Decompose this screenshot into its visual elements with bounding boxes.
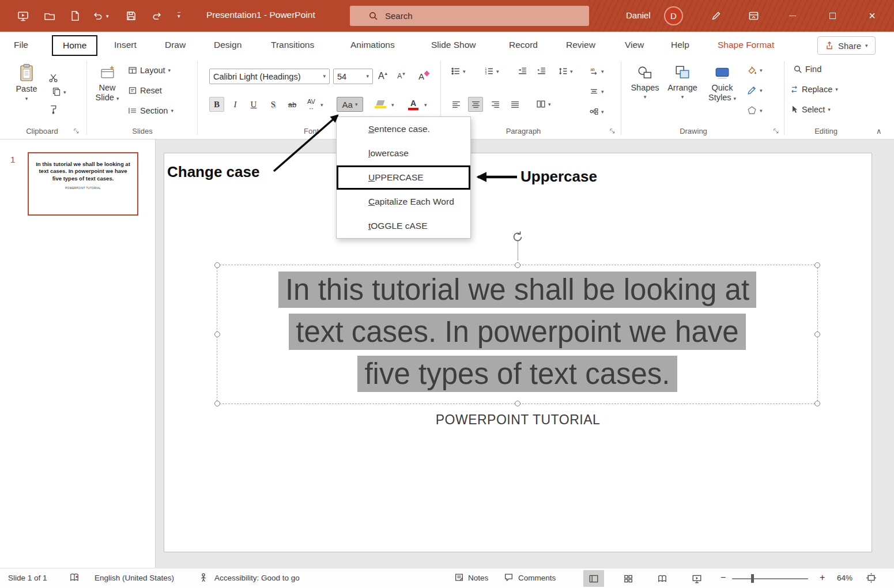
shape-fill-chevron-icon[interactable]: ▾ (760, 68, 763, 73)
strikethrough-button[interactable]: ab (285, 97, 300, 112)
increase-indent-icon[interactable] (537, 66, 546, 76)
fit-to-window-icon[interactable] (866, 572, 877, 583)
ribbon-display-options-icon[interactable] (748, 10, 759, 21)
increase-font-size-button[interactable]: A▴ (375, 69, 390, 84)
tab-shape-format[interactable]: Shape Format (718, 40, 774, 50)
menu-item-uppercase[interactable]: UPPERCASE (337, 165, 470, 190)
font-color-button[interactable]: A (404, 97, 423, 112)
highlight-chevron-icon[interactable]: ▾ (391, 103, 394, 108)
select-button[interactable]: Select ▾ (790, 105, 831, 114)
quick-styles-button[interactable]: Quick Styles ▾ (707, 61, 738, 103)
share-button[interactable]: Share ▾ (817, 36, 876, 55)
align-text-icon[interactable] (589, 86, 599, 96)
resize-handle-top-left[interactable] (214, 262, 220, 268)
language-indicator[interactable]: English (United States) (95, 574, 174, 582)
section-button[interactable]: Section ▾ (128, 106, 173, 115)
find-button[interactable]: Find (793, 65, 821, 74)
align-center-button[interactable] (468, 97, 483, 112)
numbering-icon[interactable] (484, 66, 494, 76)
copy-chevron-icon[interactable]: ▾ (63, 90, 66, 95)
tab-file[interactable]: File (14, 40, 28, 50)
shape-outline-chevron-icon[interactable]: ▾ (760, 88, 763, 93)
maximize-button[interactable] (819, 0, 846, 32)
accessibility-icon[interactable] (198, 572, 209, 583)
zoom-in-button[interactable]: + (820, 572, 825, 583)
arrange-button[interactable]: Arrange ▾ (666, 61, 699, 100)
zoom-out-button[interactable]: − (721, 572, 726, 583)
inking-pen-icon[interactable] (711, 10, 722, 21)
paragraph-dialog-launcher[interactable] (609, 127, 616, 135)
font-name-combobox[interactable]: Calibri Light (Headings) ▾ (209, 69, 330, 84)
decrease-font-size-button[interactable]: A▾ (394, 69, 409, 84)
comments-icon[interactable] (504, 572, 514, 582)
columns-chevron-icon[interactable]: ▾ (548, 102, 551, 107)
slide-title-line[interactable]: In this tutorial we shall be looking at (217, 269, 817, 311)
text-shadow-button[interactable]: S (266, 97, 281, 112)
normal-view-button[interactable] (583, 570, 604, 587)
character-spacing-button[interactable]: AV↔ (304, 97, 319, 112)
comments-button[interactable]: Comments (518, 574, 556, 582)
bold-button[interactable]: B (209, 97, 224, 112)
font-size-combobox[interactable]: 54 ▾ (333, 69, 373, 84)
title-text-box[interactable]: In this tutorial we shall be looking at … (217, 265, 818, 404)
align-right-button[interactable] (488, 97, 503, 112)
shape-fill-icon[interactable] (747, 65, 757, 75)
replace-button[interactable]: Replace ▾ (790, 85, 838, 94)
justify-button[interactable] (507, 97, 522, 112)
line-spacing-icon[interactable] (558, 66, 568, 76)
tab-design[interactable]: Design (214, 40, 242, 50)
paste-button[interactable]: Paste ▾ (12, 61, 42, 101)
save-icon[interactable] (126, 10, 137, 21)
smartart-chevron-icon[interactable]: ▾ (601, 110, 604, 115)
redo-icon[interactable] (152, 10, 163, 21)
line-spacing-chevron-icon[interactable]: ▾ (570, 69, 573, 74)
search-box[interactable]: Search (350, 6, 589, 26)
resize-handle-bottom-left[interactable] (214, 401, 220, 406)
bullets-icon[interactable] (451, 66, 461, 76)
resize-handle-middle-left[interactable] (214, 331, 220, 337)
notes-icon[interactable] (454, 572, 464, 582)
tab-animations[interactable]: Animations (350, 40, 395, 50)
user-name[interactable]: Daniel (626, 10, 651, 20)
customize-qat-icon[interactable]: ▾ (178, 12, 180, 19)
slide-title-line[interactable]: text cases. In powerpoint we have (217, 311, 817, 353)
italic-button[interactable]: I (228, 97, 243, 112)
copy-icon[interactable] (52, 87, 61, 96)
tab-home[interactable]: Home (52, 35, 97, 56)
tab-review[interactable]: Review (566, 40, 595, 50)
font-color-chevron-icon[interactable]: ▾ (424, 103, 427, 108)
zoom-slider-thumb[interactable] (751, 574, 754, 583)
spell-check-icon[interactable] (69, 572, 80, 583)
menu-item-capitalize-each-word[interactable]: Capitalize Each Word (337, 190, 470, 214)
drawing-dialog-launcher[interactable] (772, 127, 780, 135)
collapse-ribbon-icon[interactable]: ∧ (876, 127, 882, 135)
close-button[interactable]: × (859, 0, 885, 32)
resize-handle-top-right[interactable] (814, 262, 820, 268)
notes-button[interactable]: Notes (468, 574, 488, 582)
format-painter-icon[interactable] (48, 105, 58, 115)
shape-effects-chevron-icon[interactable]: ▾ (760, 108, 763, 114)
start-slideshow-icon[interactable] (17, 10, 29, 22)
shape-outline-icon[interactable] (747, 85, 757, 95)
tab-transitions[interactable]: Transitions (271, 40, 314, 50)
clipboard-dialog-launcher[interactable] (73, 127, 80, 135)
resize-handle-bottom-right[interactable] (814, 401, 820, 406)
open-folder-icon[interactable] (44, 10, 55, 22)
cut-scissors-icon[interactable] (48, 73, 58, 83)
menu-item-sentence-case[interactable]: Sentence case. (337, 117, 470, 141)
character-spacing-chevron-icon[interactable]: ▾ (320, 103, 323, 108)
numbering-chevron-icon[interactable]: ▾ (496, 69, 499, 74)
clear-formatting-button[interactable]: A (416, 69, 431, 84)
new-slide-button[interactable]: New Slide ▾ (92, 61, 122, 103)
undo-icon[interactable] (92, 10, 103, 21)
resize-handle-middle-right[interactable] (814, 331, 820, 337)
reading-view-button[interactable] (652, 570, 673, 587)
tab-slide-show[interactable]: Slide Show (431, 40, 476, 50)
layout-button[interactable]: Layout ▾ (128, 66, 171, 75)
slide-indicator[interactable]: Slide 1 of 1 (8, 574, 47, 582)
tab-record[interactable]: Record (509, 40, 538, 50)
menu-item-lowercase[interactable]: lowercase (337, 141, 470, 165)
change-case-button[interactable]: Aa ▾ (337, 97, 363, 112)
slide-sorter-view-button[interactable] (618, 570, 639, 587)
tab-insert[interactable]: Insert (114, 40, 137, 50)
